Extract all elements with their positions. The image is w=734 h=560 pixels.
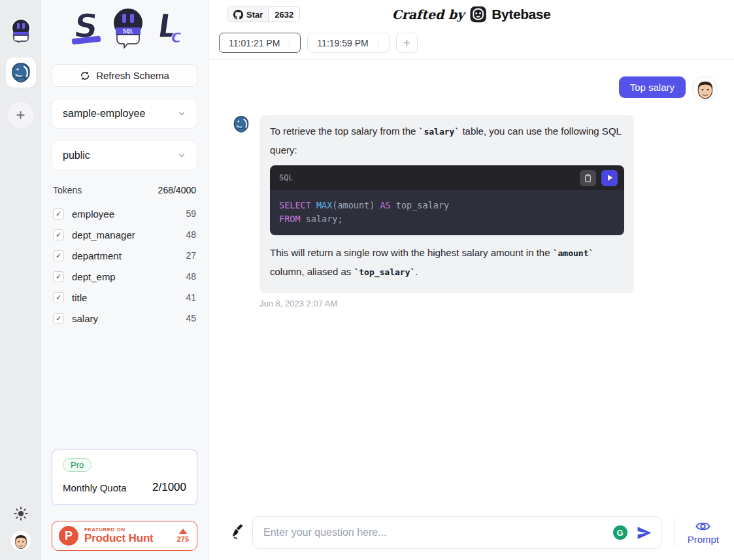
svg-text:c: c [169,25,183,47]
database-select-value: sample-employee [63,108,145,120]
database-select[interactable]: sample-employee [52,99,197,129]
connection-postgres[interactable] [6,58,36,88]
table-row[interactable]: ✓department27 [52,245,197,266]
pro-badge: Pro [63,458,92,472]
code-line: SELECT MAX(amount) AS top_salary [279,199,615,212]
table-token-count: 45 [186,313,196,323]
product-hunt-vote-count: 275 [177,535,189,543]
product-hunt-name: Product Hunt [84,533,171,544]
chat-main: Star 2632 Crafted by Bytebase 11:01:21 P… [209,0,734,560]
code-language-label: SQL [279,173,575,182]
question-input[interactable] [263,527,605,538]
postgresql-elephant-icon [10,61,32,84]
add-connection-button[interactable]: + [8,102,34,128]
send-button[interactable] [635,523,654,542]
user-avatar-icon [11,531,31,551]
robot-head-icon [9,18,33,42]
refresh-schema-button[interactable]: Refresh Schema [52,64,197,87]
eye-icon [695,520,710,533]
table-token-count: 48 [186,271,196,282]
quota-value: 2/1000 [152,481,186,494]
sqlchat-bot-icon[interactable] [8,17,34,43]
clipboard-icon [584,174,592,182]
star-count: 2632 [269,7,299,22]
paper-plane-icon [636,525,652,541]
conversation-tabs: 11:01:21 PM⋮11:19:59 PM⋮+ [209,29,734,60]
user-message-row: Top salary [232,76,717,101]
top-bar: Star 2632 Crafted by Bytebase [209,0,734,29]
bytebase-logo-icon [469,6,486,23]
run-query-button[interactable] [601,170,618,186]
connection-rail: + [0,0,41,560]
code-block-header: SQL [270,165,624,190]
table-name: department [72,250,178,261]
code-line: FROM salary; [279,212,615,226]
chevron-down-icon [177,151,186,160]
postgresql-elephant-icon [232,115,250,133]
table-checkbox[interactable]: ✓ [53,292,64,303]
table-token-count: 48 [186,229,196,240]
clear-conversation-button[interactable] [230,523,247,542]
refresh-icon [80,71,90,81]
tab-menu-icon[interactable]: ⋮ [285,38,293,48]
table-row[interactable]: ✓employee59 [52,203,197,224]
theme-toggle-button[interactable] [14,506,28,521]
assistant-message-bubble: To retrieve the top salary from the `sal… [259,115,634,293]
tokens-value: 268/4000 [158,185,196,195]
bytebase-name: Bytebase [492,7,550,22]
user-message-bubble: Top salary [619,76,686,98]
prompt-button[interactable]: Prompt [684,520,723,545]
table-row[interactable]: ✓salary45 [52,308,197,329]
github-star-badge[interactable]: Star 2632 [227,7,300,22]
table-token-count: 59 [186,208,196,219]
question-input-container: G [252,516,662,549]
assistant-paragraph: To retrieve the top salary from the `sal… [270,122,624,159]
table-name: employee [72,208,178,220]
sqlchat-logo: S SQL L c [52,5,197,50]
composer-divider [674,518,675,547]
tokens-row: Tokens 268/4000 [52,185,197,195]
assistant-paragraph: This will return a single row with the h… [270,244,624,282]
table-token-count: 27 [186,250,196,261]
schema-select[interactable]: public [52,140,197,171]
new-conversation-button[interactable]: + [396,33,418,53]
quota-card: Pro Monthly Quota 2/1000 [52,450,197,505]
quota-label: Monthly Quota [63,482,127,493]
table-name: salary [72,313,178,324]
table-checkbox[interactable]: ✓ [53,229,64,240]
assistant-message-row: To retrieve the top salary from the `sal… [232,115,717,293]
copy-code-button[interactable] [580,170,596,186]
user-avatar [692,76,717,101]
code-block-body: SELECT MAX(amount) AS top_salaryFROM sal… [270,190,624,235]
table-checkbox[interactable]: ✓ [53,313,64,324]
table-name: title [72,292,178,303]
table-checkbox[interactable]: ✓ [53,271,64,282]
table-name: dept_manager [72,229,178,240]
star-label: Star [246,10,263,20]
conversation-tab[interactable]: 11:01:21 PM⋮ [219,33,301,53]
table-checkbox[interactable]: ✓ [53,250,64,261]
table-row[interactable]: ✓title41 [52,287,197,308]
tab-menu-icon[interactable]: ⋮ [374,38,382,48]
tokens-label: Tokens [53,185,82,195]
schema-sidebar: S SQL L c Refresh Schema [41,0,209,560]
table-row[interactable]: ✓dept_emp48 [52,266,197,287]
prompt-button-label: Prompt [688,534,719,545]
product-hunt-badge[interactable]: P FEATURED ON Product Hunt 275 [52,521,197,551]
table-token-count: 41 [186,292,196,303]
table-list: ✓employee59✓dept_manager48✓department27✓… [52,203,197,329]
chat-message-area: Top salary [209,60,734,516]
assistant-avatar [232,115,250,133]
logo-robot-q: SQL [113,8,143,48]
message-timestamp: Jun 8, 2023 2:07 AM [259,299,717,308]
table-checkbox[interactable]: ✓ [53,208,64,220]
sun-icon [14,506,28,521]
crafted-by-label: Crafted by [392,7,465,22]
grammarly-icon[interactable]: G [613,525,627,540]
profile-avatar-button[interactable] [11,531,31,551]
conversation-tab[interactable]: 11:19:59 PM⋮ [307,33,389,53]
table-row[interactable]: ✓dept_manager48 [52,224,197,245]
product-hunt-logo-icon: P [59,526,78,546]
conversation-tab-label: 11:19:59 PM [317,38,368,48]
crafted-by-brand[interactable]: Crafted by Bytebase [392,6,551,23]
